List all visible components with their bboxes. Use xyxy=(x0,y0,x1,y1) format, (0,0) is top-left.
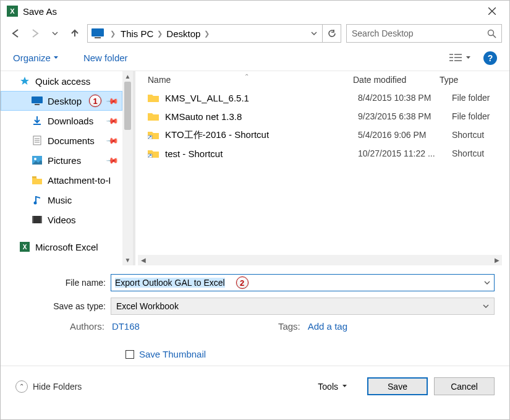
svg-rect-27 xyxy=(41,216,42,223)
col-type[interactable]: Type xyxy=(440,75,509,85)
window-title: Save As xyxy=(23,6,57,17)
sidebar-item-excel[interactable]: X Microsoft Excel xyxy=(1,237,122,257)
scroll-up-icon[interactable]: ▲ xyxy=(122,71,133,82)
shortcut-icon xyxy=(148,149,159,158)
excel-icon: X xyxy=(19,242,30,252)
save-thumbnail-checkbox[interactable] xyxy=(125,350,134,359)
svg-rect-23 xyxy=(32,176,36,178)
save-type-label: Save as type: xyxy=(15,301,111,311)
chevron-down-icon xyxy=(483,303,489,309)
titlebar: X Save As xyxy=(1,1,509,22)
music-icon xyxy=(32,195,43,205)
close-button[interactable] xyxy=(481,2,503,20)
authors-label: Authors: xyxy=(70,321,104,332)
videos-icon xyxy=(32,216,43,223)
col-name[interactable]: ⌃ Name xyxy=(135,75,353,85)
file-name-input[interactable]: Export Outlook GAL to Excel 2 xyxy=(111,274,495,291)
file-row[interactable]: KMSauto net 1.3.8 9/23/2015 6:38 PM File… xyxy=(135,107,509,126)
hide-folders-button[interactable]: ⌃ Hide Folders xyxy=(15,380,82,393)
chevron-right-icon[interactable]: ❯ xyxy=(110,30,116,38)
separator xyxy=(1,366,509,366)
nav-row: ❯ This PC ❯ Desktop ❯ Search Desktop xyxy=(1,22,509,45)
tools-menu[interactable]: Tools xyxy=(318,382,347,392)
sidebar-item-pictures[interactable]: Pictures 📌 xyxy=(1,150,122,170)
sidebar-item-desktop[interactable]: Desktop 1 📌 xyxy=(1,91,122,111)
svg-rect-5 xyxy=(95,37,101,38)
scroll-right-icon[interactable]: ▶ xyxy=(491,257,502,264)
pin-icon: 📌 xyxy=(106,94,119,108)
sort-icon: ⌃ xyxy=(244,73,249,80)
document-icon xyxy=(32,135,43,145)
annotation-badge-1: 1 xyxy=(89,95,101,107)
svg-text:X: X xyxy=(10,7,15,15)
tags-label: Tags: xyxy=(278,321,300,332)
sidebar-item-music[interactable]: Music xyxy=(1,190,122,210)
sidebar: Quick access Desktop 1 📌 Downloads 📌 xyxy=(1,71,135,265)
svg-rect-9 xyxy=(449,57,453,58)
address-dropdown-icon[interactable] xyxy=(306,30,322,36)
shortcut-icon xyxy=(148,131,159,139)
cancel-button[interactable]: Cancel xyxy=(434,377,495,395)
download-icon xyxy=(32,116,43,126)
svg-rect-11 xyxy=(454,54,462,55)
file-row[interactable]: KTO工作-2016 - Shortcut 5/4/2016 9:06 PM S… xyxy=(135,126,509,144)
pin-icon: 📌 xyxy=(106,134,119,147)
excel-icon: X xyxy=(7,6,18,17)
footer: ⌃ Hide Folders Tools Save Cancel xyxy=(1,369,509,404)
svg-line-7 xyxy=(493,35,496,38)
svg-point-22 xyxy=(34,158,36,160)
sidebar-quick-access[interactable]: Quick access xyxy=(1,71,122,91)
svg-text:X: X xyxy=(23,244,27,251)
desktop-icon xyxy=(32,96,43,105)
up-button[interactable] xyxy=(67,26,82,41)
search-input[interactable]: Search Desktop xyxy=(346,24,502,43)
sidebar-item-videos[interactable]: Videos xyxy=(1,210,122,229)
scroll-down-icon[interactable]: ▼ xyxy=(122,255,133,265)
save-thumbnail-label: Save Thumbnail xyxy=(139,349,206,359)
sidebar-scrollbar[interactable]: ▲ ▼ xyxy=(122,71,133,265)
svg-point-24 xyxy=(34,202,37,205)
address-bar[interactable]: ❯ This PC ❯ Desktop ❯ xyxy=(87,24,323,43)
scroll-thumb[interactable] xyxy=(124,82,131,130)
help-button[interactable]: ? xyxy=(483,51,497,65)
file-row[interactable]: test - Shortcut 10/27/2015 11:22 ... Sho… xyxy=(135,144,509,163)
new-folder-button[interactable]: New folder xyxy=(83,53,128,63)
svg-rect-25 xyxy=(32,216,42,223)
svg-rect-8 xyxy=(449,54,453,55)
meta-row: Authors: DT168 Tags: Add a tag xyxy=(15,321,495,332)
crumb-this-pc[interactable]: This PC xyxy=(121,28,153,39)
back-button[interactable] xyxy=(8,26,23,41)
column-headers: ⌃ Name Date modified Type xyxy=(135,71,509,88)
file-name-dropdown-icon[interactable] xyxy=(484,280,490,286)
svg-rect-14 xyxy=(32,96,43,103)
view-options-button[interactable] xyxy=(449,53,471,63)
save-type-select[interactable]: Excel Workbook xyxy=(111,298,495,315)
pin-icon: 📌 xyxy=(106,153,119,167)
save-thumbnail-row[interactable]: Save Thumbnail xyxy=(15,349,495,359)
svg-rect-15 xyxy=(35,104,40,105)
chevron-right-icon[interactable]: ❯ xyxy=(204,30,210,38)
sidebar-item-documents[interactable]: Documents 📌 xyxy=(1,131,122,150)
sidebar-item-attachment[interactable]: Attachment-to-I xyxy=(1,170,122,190)
file-list-hscroll[interactable]: ◀ ▶ xyxy=(138,255,502,265)
chevron-right-icon[interactable]: ❯ xyxy=(157,30,163,38)
authors-value[interactable]: DT168 xyxy=(112,321,140,332)
scroll-left-icon[interactable]: ◀ xyxy=(138,257,148,264)
tags-value[interactable]: Add a tag xyxy=(308,321,347,332)
sidebar-item-downloads[interactable]: Downloads 📌 xyxy=(1,111,122,131)
recent-dropdown-icon[interactable] xyxy=(48,26,62,41)
organize-menu[interactable]: Organize xyxy=(13,53,59,63)
file-row[interactable]: KMS_VL_ALL_6.5.1 8/4/2015 10:38 PM File … xyxy=(135,88,509,107)
col-date[interactable]: Date modified xyxy=(353,75,440,85)
crumb-desktop[interactable]: Desktop xyxy=(166,28,200,39)
save-button[interactable]: Save xyxy=(367,377,428,395)
svg-rect-26 xyxy=(32,216,33,223)
folder-icon xyxy=(148,93,159,102)
file-name-label: File name: xyxy=(15,278,111,288)
refresh-button[interactable] xyxy=(323,24,341,43)
forward-button[interactable] xyxy=(28,26,43,41)
desktop-location-icon xyxy=(89,26,106,41)
folder-icon xyxy=(148,112,159,121)
search-placeholder: Search Desktop xyxy=(352,28,414,38)
svg-rect-13 xyxy=(454,60,462,61)
